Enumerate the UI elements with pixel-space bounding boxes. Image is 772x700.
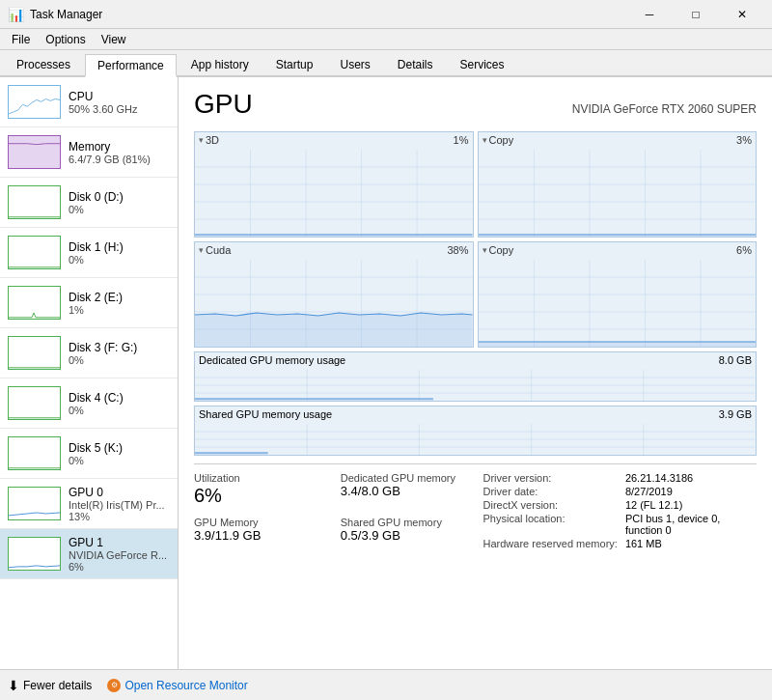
stat-gpu-memory: GPU Memory 3.9/11.9 GB: [194, 517, 321, 549]
chart-cuda-body: [195, 260, 473, 347]
chart-copy2-body: [479, 260, 757, 347]
stats-left: Utilization 6% Dedicated GPU memory 3.4/…: [194, 472, 468, 549]
dedicated-label: Dedicated GPU memory usage: [199, 354, 345, 366]
title-bar: 📊 Task Manager ─ □ ✕: [0, 0, 772, 29]
chart-copy1: ▾ Copy 3%: [478, 131, 758, 238]
disk5-label: Disk 5 (K:): [69, 441, 170, 455]
sidebar-item-memory[interactable]: Memory 6.4/7.9 GB (81%): [0, 127, 178, 178]
dedicated-stat-label: Dedicated GPU memory: [341, 472, 468, 484]
disk2-mini-chart: [8, 286, 61, 320]
tab-services[interactable]: Services: [448, 52, 517, 75]
chart-copy2-label: ▾ Copy: [482, 244, 514, 256]
disk3-sub: 0%: [69, 354, 170, 366]
cpu-mini-chart: [8, 85, 61, 119]
tab-bar: Processes Performance App history Startu…: [0, 50, 772, 77]
chart-3d-body: [195, 150, 473, 237]
disk5-mini-chart: [8, 436, 61, 470]
sidebar-item-disk3[interactable]: Disk 3 (F: G:) 0%: [0, 328, 178, 378]
close-button[interactable]: ✕: [720, 0, 764, 29]
sidebar-item-disk4[interactable]: Disk 4 (C:) 0%: [0, 378, 178, 429]
gpu-title: GPU: [194, 89, 253, 120]
gpu1-sub: NVIDIA GeForce R...: [69, 549, 170, 561]
cpu-sub: 50% 3.60 GHz: [69, 103, 170, 115]
utilization-label: Utilization: [194, 472, 321, 484]
tab-details[interactable]: Details: [385, 52, 446, 75]
maximize-button[interactable]: □: [674, 0, 718, 29]
chevron-icon: ▾: [482, 245, 487, 255]
driver-version-value: 26.21.14.3186: [625, 472, 757, 484]
stat-utilization: Utilization 6%: [194, 472, 321, 513]
disk4-mini-chart: [8, 386, 61, 420]
gpu1-mini-chart: [8, 537, 61, 571]
chart-cuda-percent: 38%: [447, 244, 468, 256]
dedicated-stat-value: 3.4/8.0 GB: [341, 484, 468, 499]
sidebar: CPU 50% 3.60 GHz Memory 6.4/7.9 GB (81%): [0, 77, 179, 669]
sidebar-item-gpu0[interactable]: GPU 0 Intel(R) Iris(TM) Pr... 13%: [0, 479, 178, 529]
tab-users[interactable]: Users: [327, 52, 382, 75]
sidebar-item-disk2[interactable]: Disk 2 (E:) 1%: [0, 278, 178, 328]
physical-value: PCI bus 1, device 0, function 0: [625, 513, 757, 536]
gpu1-label: GPU 1: [69, 536, 170, 549]
menu-file[interactable]: File: [4, 31, 38, 48]
stats-right: Driver version: 26.21.14.3186 Driver dat…: [468, 472, 758, 549]
tab-app-history[interactable]: App history: [179, 52, 262, 75]
sidebar-item-disk0[interactable]: Disk 0 (D:) 0%: [0, 178, 178, 228]
dedicated-header: Dedicated GPU memory usage 8.0 GB: [195, 352, 756, 368]
chart-copy1-label: ▾ Copy: [482, 134, 514, 146]
disk1-label: Disk 1 (H:): [69, 240, 170, 254]
disk0-label: Disk 0 (D:): [69, 190, 170, 204]
open-resource-monitor-button[interactable]: ⚙ Open Resource Monitor: [107, 679, 247, 692]
tab-performance[interactable]: Performance: [85, 54, 177, 77]
minimize-button[interactable]: ─: [627, 0, 672, 29]
disk3-label: Disk 3 (F: G:): [69, 341, 170, 354]
charts-grid: ▾ 3D 1%: [194, 131, 757, 348]
sidebar-item-disk5[interactable]: Disk 5 (K:) 0%: [0, 429, 178, 479]
disk5-sub: 0%: [69, 455, 170, 466]
chart-cuda: ▾ Cuda 38%: [194, 241, 474, 348]
driver-version-label: Driver version:: [483, 472, 618, 484]
tab-startup[interactable]: Startup: [263, 52, 326, 75]
shared-header: Shared GPU memory usage 3.9 GB: [195, 406, 756, 422]
chart-3d: ▾ 3D 1%: [194, 131, 474, 238]
tab-processes[interactable]: Processes: [4, 52, 83, 75]
gpu-memory-value: 3.9/11.9 GB: [194, 528, 321, 544]
shared-stat-value: 0.5/3.9 GB: [341, 528, 468, 544]
shared-stat-label: Shared GPU memory: [341, 517, 468, 528]
stat-shared: Shared GPU memory 0.5/3.9 GB: [341, 517, 468, 549]
chevron-icon: ▾: [199, 245, 204, 255]
resource-monitor-icon: ⚙: [107, 679, 121, 692]
directx-label: DirectX version:: [483, 499, 618, 511]
fewer-details-button[interactable]: ⬇ Fewer details: [8, 678, 92, 693]
gpu1-value: 6%: [69, 561, 170, 573]
sidebar-item-cpu[interactable]: CPU 50% 3.60 GHz: [0, 77, 178, 127]
chart-copy2: ▾ Copy 6%: [478, 241, 758, 348]
gpu0-mini-chart: [8, 487, 61, 520]
memory-sub: 6.4/7.9 GB (81%): [69, 154, 170, 165]
chevron-icon: ▾: [199, 135, 204, 145]
chevron-icon: ▾: [482, 135, 487, 145]
cpu-label: CPU: [69, 90, 170, 103]
shared-max: 3.9 GB: [719, 408, 752, 420]
menu-view[interactable]: View: [94, 31, 134, 48]
gpu0-label: GPU 0: [69, 486, 170, 499]
gpu0-value: 13%: [69, 511, 170, 522]
svg-rect-0: [9, 136, 60, 169]
dedicated-gpu-bar: Dedicated GPU memory usage 8.0 GB: [194, 351, 757, 402]
sidebar-item-gpu1[interactable]: GPU 1 NVIDIA GeForce R... 6%: [0, 529, 178, 579]
memory-mini-chart: [8, 135, 61, 169]
app-title: Task Manager: [30, 8, 102, 21]
app-icon: 📊: [8, 7, 24, 22]
disk2-sub: 1%: [69, 304, 170, 316]
menu-options[interactable]: Options: [38, 31, 93, 48]
sidebar-item-disk1[interactable]: Disk 1 (H:) 0%: [0, 228, 178, 278]
bottom-bar: ⬇ Fewer details ⚙ Open Resource Monitor: [0, 669, 772, 700]
gpu-model: NVIDIA GeForce RTX 2060 SUPER: [572, 102, 757, 116]
disk4-sub: 0%: [69, 405, 170, 416]
chart-cuda-label: ▾ Cuda: [199, 244, 231, 256]
chart-copy1-percent: 3%: [736, 134, 752, 146]
disk1-sub: 0%: [69, 254, 170, 266]
menu-bar: File Options View: [0, 29, 772, 50]
chart-3d-percent: 1%: [454, 134, 469, 146]
gpu-header: GPU NVIDIA GeForce RTX 2060 SUPER: [194, 89, 757, 120]
shared-label: Shared GPU memory usage: [199, 408, 332, 420]
